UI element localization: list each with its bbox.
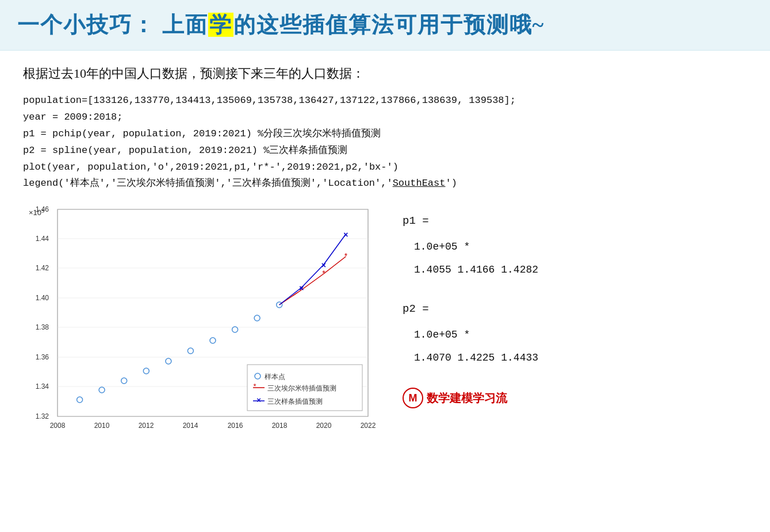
svg-text:1.44: 1.44 (36, 235, 49, 243)
p2-scale: 1.0e+05 * (414, 324, 747, 347)
p2-marker-2020: × (321, 261, 326, 270)
svg-text:1.40: 1.40 (36, 294, 49, 302)
p1-label: p1 = (403, 209, 747, 234)
results-panel: p1 = 1.0e+05 * 1.4055 1.4166 1.4282 p2 =… (403, 204, 747, 411)
p2-label: p2 = (403, 297, 747, 322)
p1-marker-2020: * (322, 269, 325, 278)
p1-scale: 1.0e+05 * (414, 236, 747, 259)
description-text: 根据过去10年的中国人口数据，预测接下来三年的人口数据： (23, 65, 747, 82)
p1-values: 1.4055 1.4166 1.4282 (414, 259, 747, 282)
brand-footer: M 数学建模学习流 (403, 385, 747, 411)
legend-circle-label: 样本点 (265, 373, 285, 381)
svg-text:2022: 2022 (361, 422, 376, 430)
title-rest: 的这些插值算法可用于预测哦~ (233, 13, 545, 37)
brand-m-icon: M (403, 388, 423, 408)
content-area: ×10⁵ 1.46 1.44 1.42 1.40 (23, 204, 747, 447)
legend-blue-x-icon: × (256, 396, 261, 404)
p2-marker-2021: × (343, 230, 348, 239)
p2-marker-2019: × (299, 284, 304, 293)
brand-text: 数学建模学习流 (427, 385, 507, 411)
legend-red-label: 三次埃尔米特插值预测 (267, 384, 336, 392)
title-suffix: 上面 (162, 13, 208, 37)
code-block: population=[133126,133770,134413,135069,… (23, 93, 747, 192)
code-line-2: year = 2009:2018; (23, 109, 747, 126)
svg-text:2012: 2012 (139, 422, 154, 430)
svg-text:2014: 2014 (183, 422, 198, 430)
svg-text:2008: 2008 (50, 422, 66, 430)
code-line-4: p2 = spline(year, population, 2019:2021)… (23, 143, 747, 159)
main-content: 根据过去10年的中国人口数据，预测接下来三年的人口数据： population=… (0, 51, 770, 462)
svg-text:2010: 2010 (94, 422, 110, 430)
svg-text:1.46: 1.46 (36, 205, 49, 213)
code-line-6-link: SouthEast (393, 178, 446, 189)
highlight-char: 学 (208, 13, 233, 37)
chart-svg: ×10⁵ 1.46 1.44 1.42 1.40 (23, 204, 380, 445)
header-bar: 一个小技巧： 上面学的这些插值算法可用于预测哦~ (0, 0, 770, 51)
code-line-6-prefix: legend('样本点','三次埃尔米特插值预测','三次样条插值预测','Lo… (23, 178, 393, 189)
code-line-3: p1 = pchip(year, population, 2019:2021) … (23, 126, 747, 143)
p2-values: 1.4070 1.4225 1.4433 (414, 347, 747, 370)
chart-container: ×10⁵ 1.46 1.44 1.42 1.40 (23, 204, 380, 447)
svg-text:1.34: 1.34 (36, 382, 49, 391)
p1-section: p1 = 1.0e+05 * 1.4055 1.4166 1.4282 (403, 209, 747, 281)
svg-text:2018: 2018 (272, 422, 288, 430)
code-line-5: plot(year, population,'o',2019:2021,p1,'… (23, 159, 747, 176)
legend-red-star-icon: * (253, 382, 256, 391)
title-prefix: 一个小技巧： (17, 13, 155, 37)
svg-text:1.42: 1.42 (36, 264, 49, 272)
svg-text:1.38: 1.38 (36, 323, 49, 331)
p1-marker-2021: * (344, 251, 348, 261)
svg-text:2020: 2020 (316, 422, 332, 430)
legend-blue-label: 三次样条插值预测 (267, 397, 323, 405)
svg-text:1.36: 1.36 (36, 353, 49, 361)
brand-m-letter: M (409, 387, 417, 410)
page-title: 一个小技巧： 上面学的这些插值算法可用于预测哦~ (17, 10, 753, 40)
p2-section: p2 = 1.0e+05 * 1.4070 1.4225 1.4433 (403, 297, 747, 369)
svg-text:2016: 2016 (228, 422, 243, 430)
code-line-1: population=[133126,133770,134413,135069,… (23, 93, 747, 109)
code-line-6-suffix: ') (445, 178, 457, 189)
svg-text:1.32: 1.32 (36, 412, 49, 420)
code-line-6: legend('样本点','三次埃尔米特插值预测','三次样条插值预测','Lo… (23, 175, 747, 192)
brand-name: 数学建模学习流 (427, 392, 507, 404)
